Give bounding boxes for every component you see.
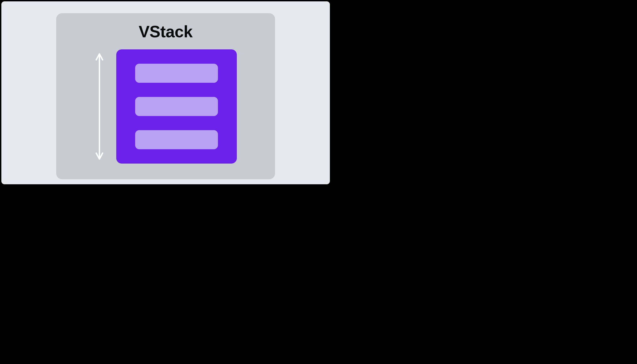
diagram-title: VStack (138, 22, 192, 41)
vertical-arrow-icon (94, 53, 104, 160)
diagram-content-row (94, 49, 237, 164)
vstack-item (135, 130, 218, 149)
vstack-item (135, 64, 218, 83)
vstack-container (116, 49, 237, 164)
outer-frame: VStack (1, 1, 330, 184)
vstack-item (135, 97, 218, 116)
diagram-card: VStack (56, 13, 275, 179)
